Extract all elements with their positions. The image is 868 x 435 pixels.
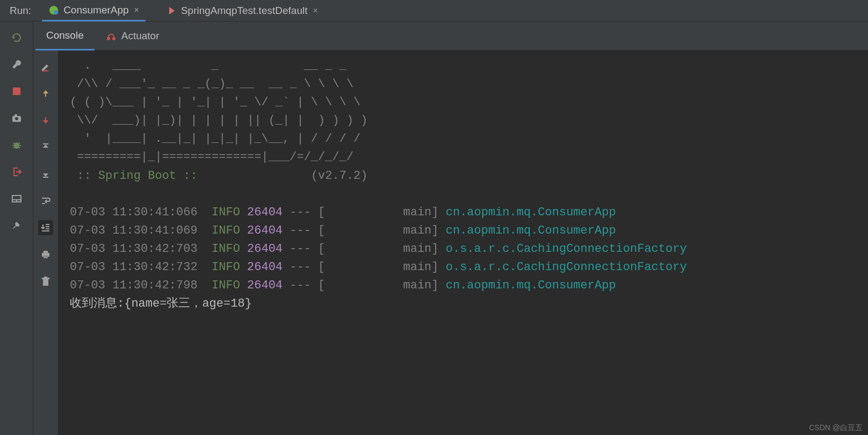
log-level: INFO (212, 224, 240, 237)
log-class: o.s.a.r.c.CachingConnectionFactory (446, 260, 687, 274)
banner-line: =========|_|==============|___/=/_/_/_/ (70, 150, 353, 164)
log-sep: --- [ (290, 206, 403, 219)
svg-marker-2 (169, 7, 175, 15)
banner-line: ( ( )\___ | '_ | '_| | '_ \/ _` | \ \ \ … (70, 96, 360, 109)
svg-rect-7 (15, 114, 17, 117)
console-output[interactable]: . ____ _ __ _ _ /\\ / ___'_ __ _ _(_)_ _… (58, 50, 868, 435)
svg-point-6 (15, 117, 18, 120)
spring-bean-icon (48, 5, 59, 16)
log-ts: 07-03 11:30:41:069 (70, 224, 198, 237)
log-thread: main (403, 279, 432, 292)
actuator-icon (105, 30, 117, 42)
received-message: 收到消息:{name=张三，age=18} (70, 297, 252, 310)
sub-tab-label: Console (46, 30, 84, 41)
log-pid: 26404 (247, 206, 283, 219)
log-thread: main (403, 242, 432, 256)
log-thread: main (403, 224, 432, 237)
svg-rect-24 (42, 278, 49, 279)
log-ts: 07-03 11:30:41:066 (70, 206, 198, 219)
svg-rect-4 (13, 88, 20, 95)
edit-icon[interactable] (38, 59, 53, 74)
log-thread: main (403, 260, 432, 274)
run-tab-label: ConsumerApp (63, 4, 128, 16)
log-level: INFO (212, 279, 240, 292)
log-sep: --- [ (290, 224, 403, 237)
layout-icon[interactable] (10, 192, 23, 205)
tab-console[interactable]: Console (35, 21, 95, 50)
svg-point-16 (112, 37, 115, 40)
log-pid: 26404 (247, 224, 283, 237)
left-gutter (0, 21, 33, 435)
springboot-label: :: Spring Boot :: (70, 169, 205, 183)
log-pid: 26404 (247, 260, 283, 274)
log-pid: 26404 (247, 279, 283, 292)
run-label: Run: (0, 5, 42, 17)
pin-icon[interactable] (10, 219, 23, 232)
log-thread: main (403, 206, 432, 219)
svg-point-15 (107, 37, 110, 40)
svg-point-1 (54, 10, 58, 15)
sub-tab-label: Actuator (121, 30, 160, 42)
log-ts: 07-03 11:30:42:732 (70, 260, 198, 274)
scroll-to-end-icon[interactable] (38, 220, 53, 235)
tab-actuator[interactable]: Actuator (95, 21, 170, 50)
watermark: CSDN @白豆五 (809, 423, 863, 433)
scroll-up-icon[interactable] (38, 140, 53, 155)
log-class: cn.aopmin.mq.ConsumerApp (446, 224, 616, 237)
wrench-icon[interactable] (10, 58, 23, 71)
close-icon[interactable]: × (313, 6, 317, 16)
banner-line: \\/ ___)| |_)| | | | | || (_| | ) ) ) ) (70, 114, 368, 127)
exit-icon[interactable] (10, 165, 23, 178)
log-ts: 07-03 11:30:42:703 (70, 242, 198, 256)
console-toolbar (33, 50, 58, 435)
banner-line: . ____ _ __ _ _ (70, 59, 346, 73)
log-class: cn.aopmin.mq.ConsumerApp (446, 279, 616, 292)
log-sep: --- [ (290, 279, 403, 292)
scroll-down-icon[interactable] (38, 166, 53, 182)
log-level: INFO (212, 242, 240, 256)
log-pid: 26404 (247, 242, 283, 256)
stop-button[interactable] (10, 85, 23, 98)
svg-rect-23 (43, 279, 48, 286)
up-arrow-icon[interactable] (38, 86, 53, 101)
svg-rect-21 (44, 251, 48, 253)
log-ts: 07-03 11:30:42:798 (70, 279, 198, 292)
banner-line: ' |____| .__|_| |_|_| |_\__, | / / / / (70, 132, 360, 146)
svg-rect-25 (44, 277, 47, 278)
trash-icon[interactable] (38, 274, 53, 289)
close-icon[interactable]: × (134, 5, 139, 15)
rerun-button[interactable] (10, 31, 23, 44)
run-tab-label: SpringAmqpTest.testDefault (181, 5, 308, 17)
bug-icon[interactable] (10, 139, 23, 151)
camera-icon[interactable] (10, 112, 23, 125)
log-sep: --- [ (290, 242, 403, 256)
log-class: o.s.a.r.c.CachingConnectionFactory (446, 242, 687, 256)
down-arrow-icon[interactable] (38, 113, 53, 128)
soft-wrap-icon[interactable] (38, 193, 53, 208)
log-level: INFO (212, 206, 240, 219)
run-toolbar: Run: ConsumerApp × SpringAmqpTest.testDe… (0, 0, 868, 21)
log-class: cn.aopmin.mq.ConsumerApp (446, 206, 616, 219)
test-run-icon (167, 6, 177, 16)
svg-rect-22 (44, 256, 48, 258)
run-tab-springamqp[interactable]: SpringAmqpTest.testDefault × (161, 0, 324, 21)
svg-marker-3 (12, 37, 15, 39)
run-tab-consumerapp[interactable]: ConsumerApp × (42, 0, 146, 21)
log-level: INFO (212, 260, 240, 274)
banner-line: /\\ / ___'_ __ _ _(_)_ __ __ _ \ \ \ \ (70, 77, 353, 91)
print-icon[interactable] (38, 247, 53, 262)
log-sep: --- [ (290, 260, 403, 274)
springboot-version: (v2.7.2) (311, 169, 368, 183)
sub-tabs: Console Actuator (33, 21, 868, 50)
